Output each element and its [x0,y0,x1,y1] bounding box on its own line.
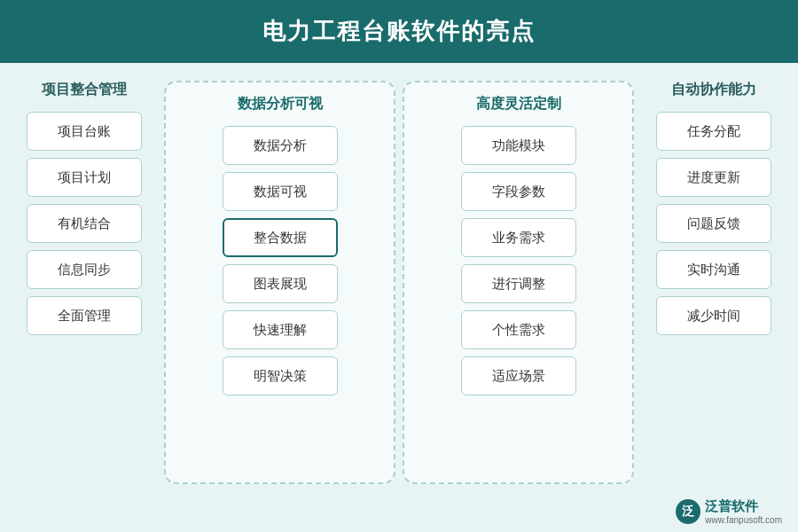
list-item: 字段参数 [461,172,576,211]
list-item: 项目计划 [27,158,142,197]
list-item: 进度更新 [656,158,771,197]
footer-text-block: 泛普软件 www.fanpusoft.com [705,498,782,525]
footer-logo: 泛 泛普软件 www.fanpusoft.com [676,498,782,525]
list-item: 明智决策 [223,356,338,395]
col1-items: 项目台账 项目计划 有机结合 信息同步 全面管理 [27,112,142,342]
list-item: 数据分析 [223,126,338,165]
list-item: 项目台账 [27,112,142,151]
list-item: 图表展现 [223,264,338,303]
list-item: 快速理解 [223,310,338,349]
list-item: 业务需求 [461,218,576,257]
column-1: 项目整合管理 项目台账 项目计划 有机结合 信息同步 全面管理 [13,81,155,484]
brand-name: 泛普软件 [705,498,758,515]
column-3: 高度灵活定制 功能模块 字段参数 业务需求 进行调整 个性需求 适应场景 [403,81,634,484]
list-item: 进行调整 [461,264,576,303]
list-item: 整合数据 [223,218,338,257]
col1-title: 项目整合管理 [42,81,127,99]
brand-icon: 泛 [676,499,700,524]
list-item: 减少时间 [656,296,771,335]
page-header: 电力工程台账软件的亮点 [0,0,798,63]
footer: 泛 泛普软件 www.fanpusoft.com [0,493,798,532]
column-4: 自动协作能力 任务分配 进度更新 问题反馈 实时沟通 减少时间 [643,81,785,484]
col3-title: 高度灵活定制 [476,95,561,113]
list-item: 适应场景 [461,356,576,395]
list-item: 有机结合 [27,204,142,243]
list-item: 全面管理 [27,296,142,335]
page-wrapper: 电力工程台账软件的亮点 项目整合管理 项目台账 项目计划 有机结合 信息同步 全… [0,0,798,532]
brand-url: www.fanpusoft.com [705,515,782,525]
list-item: 个性需求 [461,310,576,349]
list-item: 任务分配 [656,112,771,151]
page-title: 电力工程台账软件的亮点 [262,18,536,44]
col4-title: 自动协作能力 [671,81,756,99]
list-item: 数据可视 [223,172,338,211]
list-item: 实时沟通 [656,250,771,289]
list-item: 信息同步 [27,250,142,289]
main-content: 项目整合管理 项目台账 项目计划 有机结合 信息同步 全面管理 数据分析可视 数… [0,63,798,493]
column-2: 数据分析可视 数据分析 数据可视 整合数据 图表展现 快速理解 明智决策 [164,81,395,484]
list-item: 问题反馈 [656,204,771,243]
col4-items: 任务分配 进度更新 问题反馈 实时沟通 减少时间 [656,112,771,342]
list-item: 功能模块 [461,126,576,165]
col2-title: 数据分析可视 [238,95,323,113]
center-columns: 数据分析可视 数据分析 数据可视 整合数据 图表展现 快速理解 明智决策 高度灵… [164,81,634,484]
